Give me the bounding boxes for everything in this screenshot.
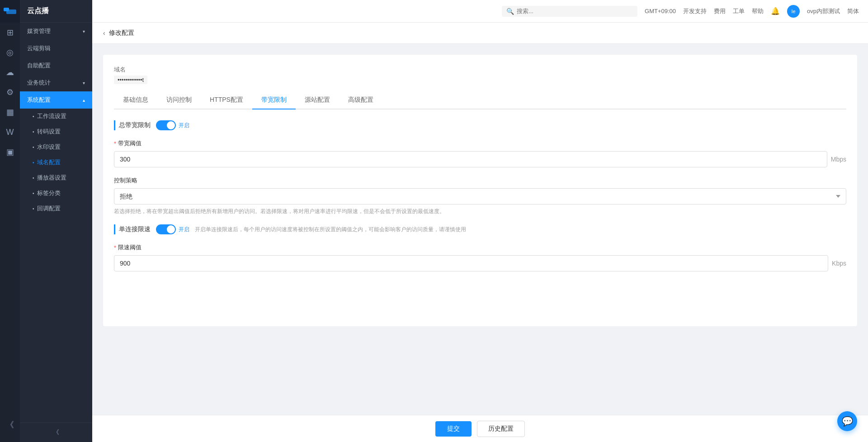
page-title: 修改配置 bbox=[109, 29, 134, 37]
single-connection-toggle-thumb bbox=[167, 225, 175, 233]
single-connection-toggle-label: 开启 bbox=[179, 226, 189, 233]
bandwidth-toggle-label: 开启 bbox=[179, 122, 189, 129]
bandwidth-threshold-input-group: Mbps bbox=[114, 151, 846, 167]
content-card: 域名 ••••••••••••t 基础信息 访问控制 HTTPS配置 带宽限制 … bbox=[103, 55, 857, 326]
sidebar: 云点播 媒资管理 ▾ 云端剪辑 自助配置 业务统计 ▾ 系统配置 ▴ 工作流设置… bbox=[20, 0, 92, 442]
sidebar-item-system-config[interactable]: 系统配置 ▴ bbox=[20, 91, 92, 109]
speed-limit-suffix: Kbps bbox=[832, 260, 846, 267]
bandwidth-section-title: 总带宽限制 bbox=[119, 121, 151, 129]
sidebar-item-media[interactable]: 媒资管理 ▾ bbox=[20, 23, 92, 40]
back-button[interactable]: ‹ bbox=[103, 29, 105, 37]
bandwidth-toggle-track bbox=[156, 120, 176, 130]
single-connection-toggle-track bbox=[156, 224, 176, 234]
bandwidth-threshold-label: * 带宽阈值 bbox=[114, 139, 846, 147]
main-area: 🔍 GMT+09:00 开发支持 费用 工单 帮助 🔔 Ie ovp内部测试 简… bbox=[92, 23, 868, 442]
collapse-rail-icon[interactable]: 《 bbox=[0, 415, 20, 435]
sidebar-sub-workflow[interactable]: 工作流设置 bbox=[20, 109, 92, 124]
single-connection-desc: 开启单连接限速后，每个用户的访问速度将被控制在所设置的阈值之内，可能会影响客户的… bbox=[195, 226, 466, 233]
grid-icon[interactable]: ⊞ bbox=[0, 23, 20, 43]
bandwidth-toggle-thumb bbox=[167, 121, 175, 129]
speed-limit-input[interactable] bbox=[114, 255, 828, 271]
sidebar-sub-domain[interactable]: 域名配置 bbox=[20, 155, 92, 170]
bandwidth-suffix: Mbps bbox=[831, 156, 846, 163]
control-policy-select-group: 拒绝 限速 bbox=[114, 188, 846, 204]
tab-origin[interactable]: 源站配置 bbox=[296, 91, 339, 109]
sidebar-item-cloud-edit[interactable]: 云端剪辑 bbox=[20, 40, 92, 57]
sidebar-item-stats[interactable]: 业务统计 ▾ bbox=[20, 74, 92, 91]
domain-label: 域名 bbox=[114, 66, 846, 74]
svg-rect-1 bbox=[6, 10, 16, 14]
tab-basic-info[interactable]: 基础信息 bbox=[114, 91, 157, 109]
domain-value: ••••••••••••t bbox=[114, 76, 147, 84]
sidebar-title: 云点播 bbox=[20, 0, 92, 23]
bandwidth-section-header: 总带宽限制 开启 bbox=[114, 120, 846, 130]
chat-icon: 💬 bbox=[842, 416, 853, 427]
expand-arrow-stats-icon: ▾ bbox=[83, 81, 85, 86]
expand-arrow-system-icon: ▴ bbox=[83, 98, 85, 103]
single-connection-toggle-group: 开启 bbox=[156, 224, 189, 234]
footer-bar: 提交 历史配置 bbox=[92, 415, 868, 442]
sidebar-collapse-button[interactable]: 《 bbox=[20, 423, 92, 442]
logo-text bbox=[3, 6, 17, 16]
config-tabs: 基础信息 访问控制 HTTPS配置 带宽限制 源站配置 高级配置 bbox=[114, 91, 846, 109]
sidebar-sub-player[interactable]: 播放器设置 bbox=[20, 170, 92, 185]
tab-access-control[interactable]: 访问控制 bbox=[157, 91, 201, 109]
bandwidth-threshold-group: * 带宽阈值 Mbps bbox=[114, 139, 846, 167]
single-connection-title: 单连接限速 bbox=[119, 225, 151, 233]
monitor-icon[interactable]: ▣ bbox=[0, 142, 20, 162]
content-area: 域名 ••••••••••••t 基础信息 访问控制 HTTPS配置 带宽限制 … bbox=[92, 44, 868, 415]
control-policy-select[interactable]: 拒绝 限速 bbox=[114, 188, 846, 204]
history-config-button[interactable]: 历史配置 bbox=[477, 421, 525, 437]
w-letter-icon[interactable]: W bbox=[0, 122, 20, 142]
breadcrumb: ‹ 修改配置 bbox=[92, 23, 868, 44]
chat-button[interactable]: 💬 bbox=[837, 411, 857, 431]
single-connection-header: 单连接限速 开启 开启单连接限速后，每个用户的访问速度将被控制在所设置的阈值之内… bbox=[114, 224, 846, 234]
logo bbox=[0, 0, 20, 23]
icon-rail: ⊞ ◎ ☁ ⚙ ▦ W ▣ 《 bbox=[0, 0, 20, 442]
sidebar-item-self-config[interactable]: 自助配置 bbox=[20, 57, 92, 74]
sidebar-sub-callback[interactable]: 回调配置 bbox=[20, 201, 92, 216]
control-policy-hint: 若选择拒绝，将在带宽超出阈值后拒绝所有新增用户的访问。若选择限速，将对用户速率进… bbox=[114, 207, 846, 215]
control-policy-wrapper: 拒绝 限速 bbox=[114, 188, 846, 204]
speed-limit-input-group: Kbps bbox=[114, 255, 846, 271]
sidebar-sub-tags[interactable]: 标签分类 bbox=[20, 185, 92, 201]
tab-advanced[interactable]: 高级配置 bbox=[339, 91, 382, 109]
domain-section: 域名 ••••••••••••t bbox=[114, 66, 846, 84]
single-connection-toggle[interactable] bbox=[156, 224, 176, 234]
expand-arrow-icon: ▾ bbox=[83, 29, 85, 34]
tab-bandwidth[interactable]: 带宽限制 bbox=[252, 91, 296, 109]
speed-limit-group: * 限速阈值 Kbps bbox=[114, 243, 846, 271]
submit-button[interactable]: 提交 bbox=[435, 421, 472, 437]
bandwidth-threshold-input[interactable] bbox=[114, 151, 827, 167]
speed-limit-label: * 限速阈值 bbox=[114, 243, 846, 252]
cloud-icon[interactable]: ☁ bbox=[0, 62, 20, 82]
control-policy-label: 控制策略 bbox=[114, 176, 846, 185]
sidebar-sub-transcode[interactable]: 转码设置 bbox=[20, 124, 92, 139]
control-policy-group: 控制策略 拒绝 限速 若选择拒绝，将在带宽超出阈值后拒绝所有新增用户的访问。若选… bbox=[114, 176, 846, 215]
sidebar-sub-watermark[interactable]: 水印设置 bbox=[20, 139, 92, 155]
bandwidth-toggle-group: 开启 bbox=[156, 120, 189, 130]
tab-https[interactable]: HTTPS配置 bbox=[201, 91, 252, 109]
target-icon[interactable]: ◎ bbox=[0, 43, 20, 62]
config-icon[interactable]: ⚙ bbox=[0, 82, 20, 102]
bandwidth-toggle[interactable] bbox=[156, 120, 176, 130]
bar-chart-icon[interactable]: ▦ bbox=[0, 102, 20, 122]
